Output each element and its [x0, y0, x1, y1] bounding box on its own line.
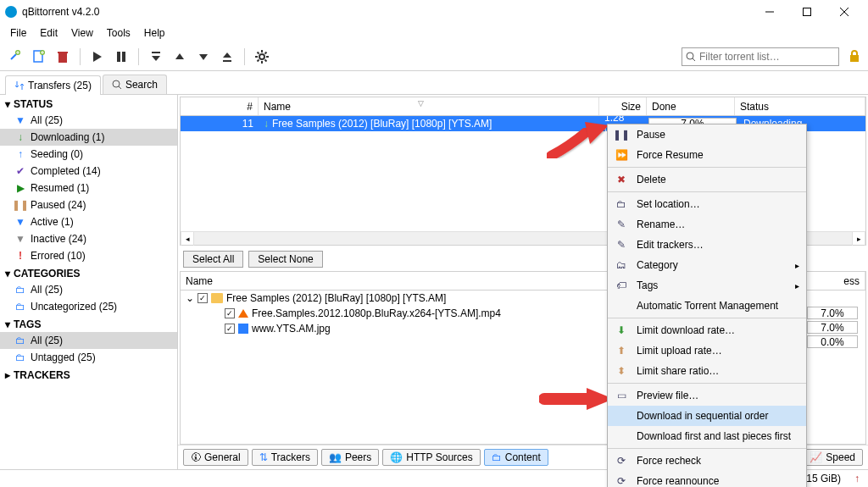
cm-category[interactable]: 🗂Category▸	[608, 255, 806, 275]
cm-sequential[interactable]: Download in sequential order	[608, 406, 806, 426]
sidebar-item-errored[interactable]: !Errored (10)	[0, 247, 177, 264]
minimize-button[interactable]	[751, 0, 788, 24]
sidebar-item-downloading[interactable]: ↓Downloading (1)	[0, 129, 177, 146]
tab-content[interactable]: 🗀Content	[484, 449, 548, 466]
cm-limit-up[interactable]: ⬆Limit upload rate…	[608, 340, 806, 361]
tree-toggle-icon[interactable]: ⌄	[186, 292, 194, 304]
cell-name: ↓Free Samples (2012) [BluRay] [1080p] [Y…	[259, 118, 599, 130]
cm-recheck[interactable]: ⟳Force recheck	[608, 451, 806, 471]
col-file-name[interactable]: Name	[181, 272, 621, 290]
progress-cell: 7.0%	[807, 321, 858, 334]
lock-icon[interactable]	[848, 49, 863, 64]
tab-search[interactable]: Search	[103, 75, 167, 94]
file-name: Free Samples (2012) [BluRay] [1080p] [YT…	[226, 292, 446, 304]
sidebar-item-cat-all[interactable]: 🗀All (25)	[0, 281, 177, 298]
move-down-button[interactable]	[193, 47, 214, 67]
cm-reannounce[interactable]: ⟳Force reannounce	[608, 471, 806, 487]
tab-http[interactable]: 🌐HTTP Sources	[382, 449, 480, 466]
submenu-arrow-icon: ▸	[795, 261, 799, 270]
tab-peers[interactable]: 👥Peers	[321, 449, 379, 466]
sidebar-group-categories[interactable]: ▾CATEGORIES	[0, 266, 177, 281]
cm-delete[interactable]: ✖Delete	[608, 169, 806, 190]
cm-limit-down[interactable]: ⬇Limit download rate…	[608, 320, 806, 340]
folder-icon: 🗀	[15, 351, 25, 363]
svg-rect-0	[804, 8, 811, 15]
sidebar-item-resumed[interactable]: ▶Resumed (1)	[0, 180, 177, 196]
cm-atm[interactable]: Automatic Torrent Management	[608, 296, 806, 316]
select-all-button[interactable]: Select All	[183, 251, 243, 268]
tab-trackers[interactable]: ⇅Trackers	[252, 449, 318, 466]
sidebar-item-seeding[interactable]: ↑Seeding (0)	[0, 146, 177, 163]
cm-set-location[interactable]: 🗀Set location…	[608, 194, 806, 214]
sidebar-group-trackers[interactable]: ▸TRACKERS	[0, 368, 177, 383]
cm-first-last[interactable]: Download first and last pieces first	[608, 426, 806, 446]
filter-icon: ▼	[15, 233, 25, 245]
add-link-button[interactable]	[5, 47, 25, 67]
sidebar-item-tag-untagged[interactable]: 🗀Untagged (25)	[0, 349, 177, 366]
resume-button[interactable]	[87, 47, 108, 67]
menu-help[interactable]: Help	[137, 25, 172, 41]
transfers-icon	[14, 80, 25, 91]
cm-limit-share[interactable]: ⬍Limit share ratio…	[608, 361, 806, 381]
tab-general[interactable]: 🛈General	[183, 449, 248, 466]
sidebar-group-tags[interactable]: ▾TAGS	[0, 317, 177, 332]
maximize-button[interactable]	[788, 0, 826, 24]
delete-button[interactable]	[53, 47, 73, 67]
separator	[138, 48, 139, 65]
menu-file[interactable]: File	[3, 25, 33, 41]
col-num[interactable]: #	[181, 97, 259, 115]
speed-icon: 📈	[810, 451, 822, 463]
sort-indicator-icon: ▽	[418, 99, 424, 108]
sidebar-group-status[interactable]: ▾STATUS	[0, 97, 177, 112]
main-tabs: Transfers (25) Search	[0, 71, 868, 95]
tab-search-label: Search	[125, 79, 158, 91]
filter-input[interactable]	[699, 51, 835, 63]
svg-rect-5	[58, 52, 68, 53]
checkbox[interactable]: ✓	[225, 324, 235, 334]
checkbox[interactable]: ✓	[225, 308, 235, 318]
col-name[interactable]: Name	[259, 97, 599, 115]
col-done[interactable]: Done	[647, 97, 735, 115]
menu-edit[interactable]: Edit	[33, 25, 64, 41]
add-file-button[interactable]	[29, 47, 49, 67]
sidebar-item-completed[interactable]: ✔Completed (14)	[0, 163, 177, 180]
select-none-button[interactable]: Select None	[248, 251, 322, 268]
sidebar-item-tag-all[interactable]: 🗀All (25)	[0, 332, 177, 349]
menu-tools[interactable]: Tools	[100, 25, 137, 41]
move-bottom-button[interactable]	[217, 47, 237, 67]
col-status[interactable]: Status	[735, 97, 865, 115]
checkbox[interactable]: ✓	[198, 293, 208, 303]
sidebar-item-inactive[interactable]: ▼Inactive (24)	[0, 230, 177, 247]
cm-force-resume[interactable]: ⏩Force Resume	[608, 145, 806, 165]
scroll-right-button[interactable]: ▸	[852, 232, 865, 246]
separator	[80, 48, 81, 65]
sidebar-item-all[interactable]: ▼All (25)	[0, 112, 177, 129]
sidebar-item-cat-uncat[interactable]: 🗀Uncategorized (25)	[0, 298, 177, 315]
move-top-button[interactable]	[146, 47, 166, 67]
cm-tags[interactable]: 🏷Tags▸	[608, 275, 806, 296]
delete-icon: ✖	[615, 174, 628, 185]
ratio-icon: ⬍	[615, 365, 628, 377]
filter-input-container[interactable]	[682, 47, 839, 66]
tab-speed[interactable]: 📈Speed	[802, 449, 863, 466]
move-up-button[interactable]	[170, 47, 190, 67]
up-icon: ↑	[854, 473, 860, 484]
settings-button[interactable]	[252, 47, 272, 67]
scroll-left-button[interactable]: ◂	[181, 232, 194, 246]
tab-transfers[interactable]: Transfers (25)	[5, 75, 101, 95]
cm-pause[interactable]: ❚❚Pause	[608, 125, 806, 145]
svg-point-11	[113, 80, 120, 87]
close-button[interactable]	[826, 0, 863, 24]
torrent-grid-header[interactable]: # Name Size Done Status ▽	[181, 97, 865, 116]
col-size[interactable]: Size	[599, 97, 647, 115]
window-title: qBittorrent v4.2.0	[22, 6, 751, 18]
cm-edit-trackers[interactable]: ✎Edit trackers…	[608, 235, 806, 255]
cm-rename[interactable]: ✎Rename…	[608, 214, 806, 235]
cm-preview[interactable]: ▭Preview file…	[608, 385, 806, 406]
sidebar-item-active[interactable]: ▼Active (1)	[0, 213, 177, 230]
sidebar-item-paused[interactable]: ❚❚Paused (24)	[0, 196, 177, 213]
menu-view[interactable]: View	[64, 25, 100, 41]
folder-icon: 🗀	[15, 284, 25, 296]
check-icon: ✔	[15, 165, 25, 177]
pause-button[interactable]	[111, 47, 131, 67]
